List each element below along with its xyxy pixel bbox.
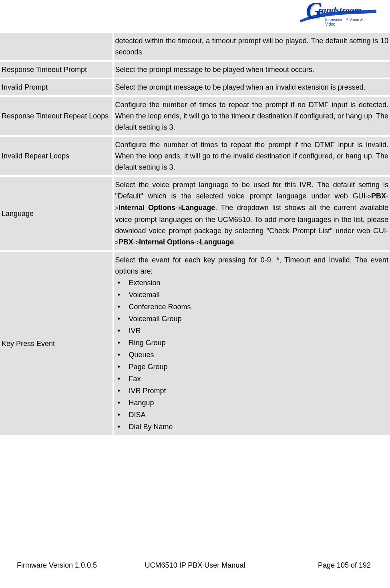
footer-doc-title: UCM6510 IP PBX User Manual — [145, 561, 245, 570]
logo-tagline: Innovative IP Voice & Video — [325, 18, 372, 26]
setting-name: Invalid Repeat Loops — [0, 136, 113, 176]
brand-logo: G randstream Innovative IP Voice & Video — [304, 2, 372, 29]
breadcrumb-pbx: PBX — [371, 192, 386, 200]
table-row: Response Timeout Prompt Select the promp… — [0, 61, 390, 78]
breadcrumb-sep: > — [136, 239, 139, 246]
list-item: Voicemail Group — [118, 313, 389, 325]
list-item: IVR — [118, 325, 389, 337]
table-row: detected within the timeout, a timeout p… — [0, 33, 390, 61]
table-row: Key Press Event Select the event for eac… — [0, 251, 390, 435]
breadcrumb-sep: > — [197, 239, 200, 246]
setting-desc: Select the voice prompt language to be u… — [113, 176, 390, 251]
setting-desc: Configure the number of times to repeat … — [113, 96, 390, 136]
breadcrumb-sep: > — [115, 205, 119, 212]
desc-text: Select the voice prompt language to be u… — [115, 181, 389, 200]
table-row: Language Select the voice prompt languag… — [0, 176, 390, 251]
key-press-options-list: Extension Voicemail Conference Rooms Voi… — [115, 277, 389, 433]
list-item: Dial By Name — [118, 421, 389, 433]
footer-page-number: Page 105 of 192 — [318, 561, 371, 570]
list-item: Fax — [118, 373, 389, 385]
list-item: Queues — [118, 349, 389, 361]
page-footer: Firmware Version 1.0.0.5 UCM6510 IP PBX … — [0, 561, 390, 570]
key-press-intro: Select the event for each key pressing f… — [115, 254, 389, 277]
breadcrumb-sep: > — [115, 239, 119, 246]
list-item: Conference Rooms — [118, 301, 389, 313]
breadcrumb-internal-options: Internal Options — [119, 204, 175, 212]
setting-desc: Select the prompt message to be played w… — [113, 61, 390, 78]
breadcrumb-language: Language — [181, 204, 215, 212]
list-item: Voicemail — [118, 289, 389, 301]
logo-brand-text: randstream — [318, 5, 361, 16]
breadcrumb-language: Language — [200, 238, 234, 246]
table-row: Invalid Prompt Select the prompt message… — [0, 78, 390, 96]
breadcrumb-pbx: PBX — [119, 238, 133, 246]
footer-firmware-version: Firmware Version 1.0.0.5 — [17, 561, 97, 570]
setting-desc: Select the event for each key pressing f… — [113, 251, 390, 435]
list-item: Page Group — [118, 361, 389, 373]
setting-desc: Select the prompt message to be played w… — [113, 78, 390, 96]
setting-desc: detected within the timeout, a timeout p… — [113, 33, 390, 61]
settings-table: detected within the timeout, a timeout p… — [0, 33, 390, 435]
list-item: DISA — [118, 409, 389, 421]
setting-name: Response Timeout Prompt — [0, 61, 113, 78]
setting-name: Invalid Prompt — [0, 78, 113, 96]
list-item: Hangup — [118, 397, 389, 409]
setting-name: Key Press Event — [0, 251, 113, 435]
breadcrumb-sep: > — [368, 193, 371, 200]
setting-name: Response Timeout Repeat Loops — [0, 96, 113, 136]
table-row: Invalid Repeat Loops Configure the numbe… — [0, 136, 390, 176]
table-row: Response Timeout Repeat Loops Configure … — [0, 96, 390, 136]
list-item: Extension — [118, 277, 389, 289]
list-item: Ring Group — [118, 337, 389, 349]
breadcrumb-internal-options: Internal Options — [139, 238, 194, 246]
setting-name — [0, 33, 113, 61]
setting-desc: Configure the number of times to repeat … — [113, 136, 390, 176]
setting-name: Language — [0, 176, 113, 251]
list-item: IVR Prompt — [118, 385, 389, 397]
